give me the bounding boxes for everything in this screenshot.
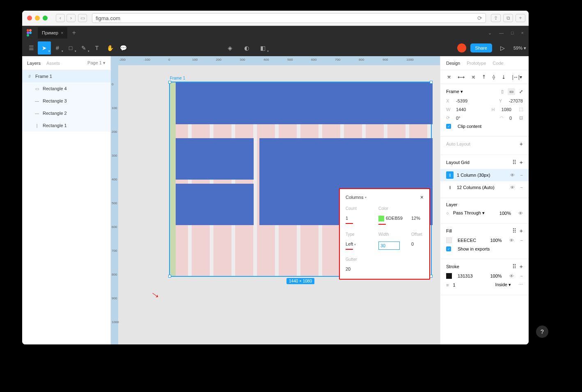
eye-icon[interactable]: 👁 [510, 185, 515, 190]
help-button[interactable]: ? [536, 326, 548, 338]
add-grid-icon[interactable]: + [520, 159, 523, 166]
remove-icon[interactable]: − [520, 185, 523, 190]
show-exports-checkbox[interactable]: ✓ [446, 246, 451, 251]
add-autolayout-icon[interactable]: + [520, 141, 523, 147]
pen-tool[interactable]: ✎▾ [77, 41, 90, 55]
reload-icon[interactable]: ⟳ [477, 15, 482, 21]
mask-icon[interactable]: ◐ [240, 41, 253, 55]
align-bottom-icon[interactable]: ⤓ [502, 74, 506, 80]
back-button[interactable]: ‹ [56, 14, 65, 22]
share-icon[interactable]: ⇪ [491, 14, 501, 22]
grid-item[interactable]: ⦀ 1 Column (30px) 👁 − [440, 169, 529, 181]
resize-handle[interactable] [168, 275, 171, 278]
page-dropdown[interactable]: Page 1 ▾ [87, 60, 105, 66]
add-tab-button[interactable]: + [69, 28, 79, 38]
stroke-weight[interactable]: 1 [453, 283, 455, 287]
present-button[interactable]: ▷ [496, 41, 509, 55]
maximize-window-icon[interactable] [43, 16, 48, 21]
figma-logo-icon[interactable] [22, 26, 36, 40]
stroke-hex[interactable]: 131313 [458, 273, 473, 278]
color-hex[interactable]: 6DEB59 [386, 216, 403, 221]
tab-layers[interactable]: Layers [27, 61, 41, 66]
chevron-down-icon[interactable]: ▾ [365, 196, 367, 199]
add-stroke-icon[interactable]: + [520, 263, 523, 270]
count-input[interactable]: 1 [346, 216, 348, 221]
eye-icon[interactable]: 👁 [509, 273, 514, 278]
move-tool[interactable]: ➤▾ [38, 41, 51, 55]
tab-prototype[interactable]: Prototype [467, 61, 486, 66]
chevron-down-icon[interactable]: ⌄ [488, 30, 492, 36]
layer-item[interactable]: |Rectangle 1 [22, 119, 110, 132]
component-icon[interactable]: ◈ [224, 41, 237, 55]
stroke-style-icon[interactable]: ⠿ [512, 263, 516, 270]
w-input[interactable]: 1440 [456, 107, 466, 112]
orientation-portrait-icon[interactable]: ▯ [501, 89, 504, 94]
text-tool[interactable]: T [90, 41, 103, 55]
eye-icon[interactable]: 👁 [518, 211, 523, 216]
stroke-swatch[interactable] [446, 273, 452, 279]
layer-item[interactable]: —Rectangle 2 [22, 107, 110, 119]
color-opacity[interactable]: 12% [411, 216, 420, 221]
fill-style-icon[interactable]: ⠿ [512, 228, 516, 234]
add-fill-icon[interactable]: + [520, 228, 523, 234]
radius-input[interactable]: 0 [509, 116, 512, 121]
orientation-landscape-icon[interactable]: ▭ [508, 88, 515, 95]
align-center-v-icon[interactable]: ⟠ [493, 74, 495, 80]
share-button[interactable]: Share [470, 43, 492, 52]
eye-icon[interactable]: 👁 [510, 173, 515, 178]
fill-opacity[interactable]: 100% [490, 238, 502, 243]
rectangle-tool[interactable]: □▾ [64, 41, 77, 55]
gutter-input[interactable]: 20 [346, 267, 351, 271]
tabs-icon[interactable]: ⧉ [503, 14, 513, 22]
distribute-icon[interactable]: |↔|▾ [512, 74, 522, 80]
layer-frame[interactable]: # Frame 1 [22, 70, 110, 82]
eye-icon[interactable]: 👁 [509, 238, 514, 243]
rectangle[interactable] [176, 138, 254, 180]
forward-button[interactable]: › [66, 14, 76, 22]
minimize-window-icon[interactable] [35, 16, 40, 21]
tab-assets[interactable]: Assets [46, 61, 60, 66]
link-wh-icon[interactable]: ⬚ [519, 107, 523, 112]
fill-swatch[interactable] [446, 237, 452, 243]
stroke-opacity[interactable]: 100% [490, 273, 502, 278]
file-tab[interactable]: Пример × [38, 27, 67, 39]
rotation-input[interactable]: 0° [456, 116, 461, 121]
x-input[interactable]: -5399 [456, 98, 467, 103]
type-dropdown[interactable]: Left ▾ [346, 242, 356, 246]
h-input[interactable]: 1080 [502, 107, 511, 112]
close-window-icon[interactable] [27, 16, 32, 21]
remove-icon[interactable]: − [520, 238, 523, 243]
resize-handle[interactable] [430, 81, 433, 84]
zoom-dropdown[interactable]: 59% ▾ [513, 46, 526, 51]
stroke-position[interactable]: Inside ▾ [495, 282, 511, 287]
close-popup-icon[interactable]: × [420, 194, 424, 201]
sidebar-toggle-icon[interactable]: ▭ [78, 14, 87, 22]
rectangle[interactable] [176, 184, 254, 225]
maximize-icon[interactable]: □ [511, 30, 514, 36]
grid-style-icon[interactable]: ⠿ [512, 159, 516, 166]
hand-tool[interactable]: ✋ [103, 41, 117, 55]
width-input[interactable] [378, 242, 400, 250]
radius-detail-icon[interactable]: ⊡ [519, 115, 523, 121]
grid-item[interactable]: ⦀ 12 Columns (Auto) 👁 − [446, 181, 523, 194]
color-swatch[interactable] [378, 216, 384, 221]
frame-type[interactable]: Frame ▾ [446, 89, 463, 94]
resize-fit-icon[interactable]: ⤢ [519, 89, 523, 94]
fill-hex[interactable]: EEECEC [458, 238, 476, 243]
y-input[interactable]: -27078 [509, 98, 523, 103]
offset-input[interactable]: 0 [411, 242, 414, 246]
layer-item[interactable]: —Rectangle 3 [22, 95, 110, 107]
comment-tool[interactable]: 💬 [117, 41, 130, 55]
align-center-h-icon[interactable]: ⟷ [458, 74, 465, 80]
menu-icon[interactable]: ☰ [25, 41, 38, 55]
canvas[interactable]: -200 -100 0 100 200 300 400 500 600 700 … [111, 56, 440, 344]
layer-opacity[interactable]: 100% [500, 211, 511, 216]
frame-tool[interactable]: #▾ [51, 41, 64, 55]
stroke-settings-icon[interactable]: ⋯ [518, 282, 523, 287]
rectangle[interactable] [176, 82, 433, 124]
remove-icon[interactable]: − [520, 273, 523, 278]
tab-design[interactable]: Design [446, 61, 460, 66]
align-top-icon[interactable]: ⤒ [482, 74, 486, 80]
clip-checkbox[interactable]: ✓ [446, 124, 451, 129]
layer-item[interactable]: ▭Rectangle 4 [22, 82, 110, 95]
